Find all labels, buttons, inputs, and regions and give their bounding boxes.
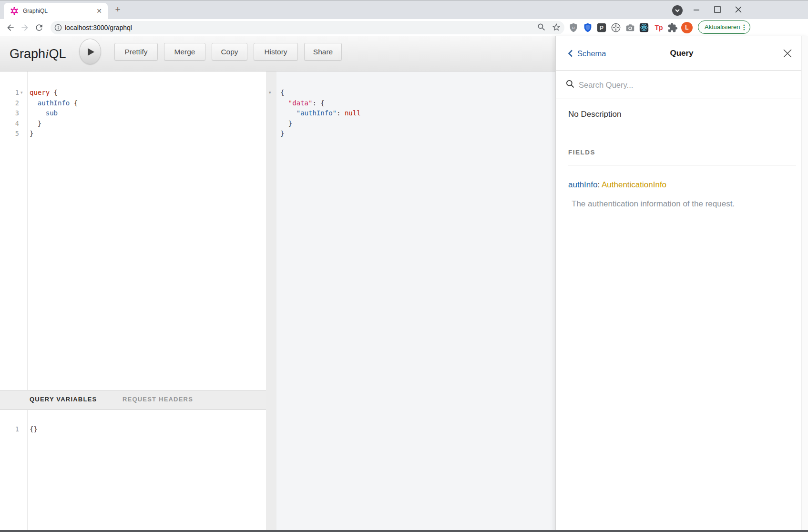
fields-section-header: FIELDS <box>568 149 595 156</box>
field-type-link[interactable]: AuthenticationInfo <box>602 180 666 189</box>
tab-query-variables[interactable]: QUERY VARIABLES <box>30 390 97 410</box>
code-token: } <box>30 130 33 137</box>
response-line: } <box>280 119 292 129</box>
share-button[interactable]: Share <box>304 43 342 61</box>
code-token: } <box>280 120 292 127</box>
site-info-icon[interactable] <box>54 24 62 31</box>
code-token: query <box>30 89 50 96</box>
doc-scrollbar-track[interactable] <box>801 36 808 532</box>
bookmark-star-icon[interactable] <box>552 22 561 32</box>
svg-text:U: U <box>572 26 574 30</box>
execute-query-button[interactable] <box>79 39 101 64</box>
code-line[interactable]: sub <box>30 108 58 119</box>
doc-panel-title: Query <box>555 36 808 71</box>
bitwarden-extension-icon[interactable] <box>583 22 593 33</box>
maximize-button[interactable] <box>710 4 725 15</box>
new-tab-button[interactable]: + <box>113 5 122 14</box>
code-token <box>30 109 46 117</box>
variables-editor-line[interactable]: {} <box>30 424 38 435</box>
close-button[interactable] <box>731 4 746 15</box>
line-number: 3 <box>0 108 19 119</box>
field-separator: : <box>597 180 602 189</box>
response-pane <box>276 72 555 532</box>
browser-menu-icon[interactable]: ⋮ <box>741 20 747 34</box>
field-description: The authentication information of the re… <box>572 199 735 209</box>
prettify-button[interactable]: Prettify <box>114 43 158 61</box>
line-number: 1 <box>0 424 19 435</box>
browser-window: GraphiQL ✕ + localhost:3000/graphql U P <box>0 0 808 532</box>
code-token: : { <box>312 99 324 107</box>
doc-search-input[interactable] <box>578 76 761 93</box>
play-icon <box>87 48 95 56</box>
copy-button[interactable]: Copy <box>212 43 247 61</box>
fields-divider <box>568 165 796 165</box>
minimize-button[interactable] <box>689 4 704 15</box>
line-number: 4 <box>0 119 19 129</box>
svg-text:P: P <box>600 25 603 31</box>
url-text[interactable]: localhost:3000/graphql <box>65 21 132 34</box>
graphql-favicon-icon <box>10 7 18 15</box>
field-row: authInfo: AuthenticationInfo <box>568 180 666 190</box>
line-number: 5 <box>0 129 19 139</box>
code-line[interactable]: } <box>30 119 41 129</box>
response-line: "authInfo": null <box>280 108 361 119</box>
profile-avatar[interactable]: L <box>681 22 693 33</box>
p-extension-icon[interactable]: P <box>596 22 607 33</box>
field-name-link[interactable]: authInfo <box>568 180 597 189</box>
tab-close-icon[interactable]: ✕ <box>95 7 103 15</box>
fold-arrow-icon[interactable]: ▾ <box>269 90 274 95</box>
code-token: : <box>337 109 345 117</box>
react-devtools-extension-icon[interactable] <box>639 22 649 33</box>
code-token: { <box>70 99 78 107</box>
response-line: "data": { <box>280 98 325 109</box>
search-icon <box>565 79 575 89</box>
code-token <box>280 99 288 107</box>
doc-close-icon[interactable] <box>782 48 793 59</box>
response-line: } <box>280 129 284 139</box>
window-bottom-edge <box>0 530 808 532</box>
tab-request-headers[interactable]: REQUEST HEADERS <box>123 390 193 410</box>
crosshair-extension-icon[interactable] <box>611 22 621 33</box>
gutter-divider <box>27 72 28 532</box>
camera-extension-icon[interactable] <box>625 22 635 33</box>
tp-extension-icon[interactable]: Tp <box>653 22 665 33</box>
code-line[interactable]: } <box>30 129 33 139</box>
zoom-icon[interactable] <box>537 22 546 32</box>
response-line: { <box>280 88 284 98</box>
line-number: 2 <box>0 98 19 109</box>
back-icon[interactable] <box>6 23 15 32</box>
extensions-puzzle-icon[interactable] <box>667 22 678 33</box>
code-token: } <box>280 130 284 137</box>
code-token: { <box>280 89 284 96</box>
query-editor[interactable] <box>0 72 266 532</box>
fold-arrow-icon[interactable]: ▾ <box>20 90 25 95</box>
reload-icon[interactable] <box>34 23 44 32</box>
tab-title: GraphiQL <box>23 3 48 19</box>
code-token: } <box>30 120 41 127</box>
merge-button[interactable]: Merge <box>164 43 205 61</box>
code-token: null <box>345 109 361 117</box>
code-token: { <box>50 89 58 96</box>
code-line[interactable]: query { <box>30 88 58 98</box>
history-button[interactable]: History <box>254 43 298 61</box>
code-token: "authInfo" <box>297 109 337 117</box>
code-token <box>30 99 38 107</box>
forward-icon[interactable] <box>20 23 30 32</box>
pane-resizer[interactable] <box>266 72 276 532</box>
line-number: 1 <box>0 88 19 98</box>
browser-tab[interactable]: GraphiQL ✕ <box>4 3 108 19</box>
no-description-text: No Description <box>568 110 622 119</box>
ublock-extension-icon[interactable]: U <box>568 22 579 33</box>
code-token <box>280 109 297 117</box>
tab-search-chevron-icon[interactable] <box>672 5 683 16</box>
code-token: "data" <box>288 99 313 107</box>
graphiql-logo: GraphiQL <box>10 36 66 72</box>
code-token: authInfo <box>38 99 70 107</box>
update-browser-label[interactable]: Aktualisieren <box>705 20 740 34</box>
code-token: sub <box>46 109 58 117</box>
code-line[interactable]: authInfo { <box>30 98 78 109</box>
